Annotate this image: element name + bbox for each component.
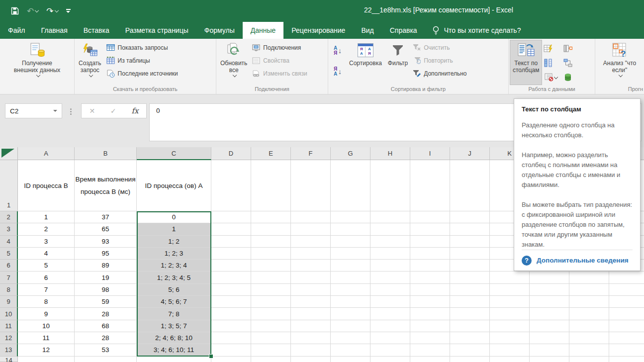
row-header-2[interactable]: 2 (0, 211, 18, 223)
column-header-C[interactable]: C (137, 147, 211, 160)
cell-M9[interactable] (569, 296, 609, 308)
cell-A12[interactable]: 11 (18, 332, 75, 344)
cell-I2[interactable] (410, 211, 450, 223)
cell-L8[interactable] (530, 284, 569, 296)
cell-E2[interactable] (251, 211, 291, 223)
cell-F13[interactable] (291, 344, 331, 356)
cell-F1[interactable] (291, 160, 331, 211)
cell-E13[interactable] (251, 344, 291, 356)
cell-M8[interactable] (569, 284, 609, 296)
what-if-analysis-button[interactable]: ? Анализ "что если" (600, 40, 639, 85)
cell-N10[interactable] (609, 308, 644, 320)
cell[interactable] (569, 357, 609, 362)
cell-A9[interactable]: 8 (18, 296, 75, 308)
cell-D1[interactable] (211, 160, 251, 211)
cell-E1[interactable] (251, 160, 291, 211)
cell[interactable] (490, 357, 530, 362)
cell-E10[interactable] (251, 308, 291, 320)
cell-C1[interactable]: ID процесса (ов) A (137, 160, 211, 211)
cell-A13[interactable]: 12 (18, 344, 75, 356)
cell-M11[interactable] (569, 320, 609, 332)
column-header-D[interactable]: D (211, 147, 251, 160)
cell-J6[interactable] (450, 260, 490, 272)
cell-J5[interactable] (450, 248, 490, 260)
cell-D11[interactable] (211, 320, 251, 332)
cell-B11[interactable]: 68 (75, 320, 137, 332)
cell-A7[interactable]: 6 (18, 272, 75, 283)
cell-N8[interactable] (609, 284, 644, 296)
filter-button[interactable]: Фильтр (385, 40, 411, 85)
show-queries-button[interactable]: Показать запросы (104, 42, 180, 53)
cell-A3[interactable]: 2 (18, 223, 75, 235)
cell-K9[interactable] (490, 296, 530, 308)
cell-E8[interactable] (251, 284, 291, 296)
cell-K8[interactable] (490, 284, 530, 296)
cell-G1[interactable] (331, 160, 370, 211)
cell-C8[interactable]: 5; 6 (137, 284, 211, 296)
cell-B6[interactable]: 89 (75, 260, 137, 272)
cell-I11[interactable] (410, 320, 450, 332)
column-header-F[interactable]: F (291, 147, 331, 160)
tab-вставка[interactable]: Вставка (76, 22, 117, 39)
flash-fill-button[interactable] (542, 42, 554, 54)
name-box-dropdown-icon[interactable] (53, 110, 57, 112)
cell-I7[interactable] (410, 272, 450, 283)
cell-B13[interactable]: 53 (75, 344, 137, 356)
consolidate-button[interactable] (562, 42, 574, 54)
row-header-9[interactable]: 9 (0, 296, 18, 308)
from-table-button[interactable]: Из таблицы (104, 55, 180, 66)
cell-L7[interactable] (530, 272, 569, 283)
redo-dropdown-icon[interactable] (54, 8, 58, 12)
cell-M7[interactable] (569, 272, 609, 283)
cell-J9[interactable] (450, 296, 490, 308)
cell-K7[interactable] (490, 272, 530, 283)
cell-A1[interactable]: ID процесса B (18, 160, 75, 211)
column-header-B[interactable]: B (75, 147, 137, 160)
sort-descending-button[interactable]: Я А ↓ (329, 63, 346, 81)
cell-L11[interactable] (530, 320, 569, 332)
cell-D6[interactable] (211, 260, 251, 272)
redo-button[interactable]: ↷ (46, 7, 58, 15)
cell-C3[interactable]: 1 (137, 223, 211, 235)
row-header-14[interactable]: 14 (0, 357, 18, 362)
cell[interactable] (75, 357, 137, 362)
undo-button[interactable]: ↶ (27, 7, 38, 15)
cell-G6[interactable] (331, 260, 370, 272)
cell-L13[interactable] (530, 344, 569, 356)
cell-I4[interactable] (410, 236, 450, 248)
row-header-5[interactable]: 5 (0, 248, 18, 260)
cell-A5[interactable]: 4 (18, 248, 75, 260)
cell-F9[interactable] (291, 296, 331, 308)
cell-B5[interactable]: 95 (75, 248, 137, 260)
cell-L12[interactable] (530, 332, 569, 344)
cell[interactable] (137, 357, 211, 362)
cell-G5[interactable] (331, 248, 370, 260)
cell-I8[interactable] (410, 284, 450, 296)
cell-B10[interactable]: 28 (75, 308, 137, 320)
chevron-down-icon[interactable] (554, 75, 558, 79)
cell-J1[interactable] (450, 160, 490, 211)
row-header-8[interactable]: 8 (0, 284, 18, 296)
tell-me-more-link[interactable]: Дополнительные сведения (537, 257, 629, 264)
cell-H11[interactable] (370, 320, 410, 332)
cell-N12[interactable] (609, 332, 644, 344)
column-header-J[interactable]: J (450, 147, 490, 160)
tab-рецензирование[interactable]: Рецензирование (283, 22, 353, 39)
advanced-filter-button[interactable]: Дополнительно (411, 68, 468, 79)
cell-E12[interactable] (251, 332, 291, 344)
cell-E9[interactable] (251, 296, 291, 308)
recent-sources-button[interactable]: Последние источники (104, 68, 180, 79)
cell-J10[interactable] (450, 308, 490, 320)
cell-M10[interactable] (569, 308, 609, 320)
cell-F7[interactable] (291, 272, 331, 283)
cell-G3[interactable] (331, 223, 370, 235)
row-header-3[interactable]: 3 (0, 223, 18, 235)
cell-M13[interactable] (569, 344, 609, 356)
cell-G2[interactable] (331, 211, 370, 223)
cell-C6[interactable]: 1; 2; 3; 4 (137, 260, 211, 272)
customize-qat-button[interactable] (66, 9, 71, 13)
cell-A8[interactable]: 7 (18, 284, 75, 296)
connections-button[interactable]: Подключения (250, 42, 309, 53)
cell[interactable] (450, 357, 490, 362)
get-external-data-button[interactable]: Получение внешних данных (11, 40, 64, 85)
